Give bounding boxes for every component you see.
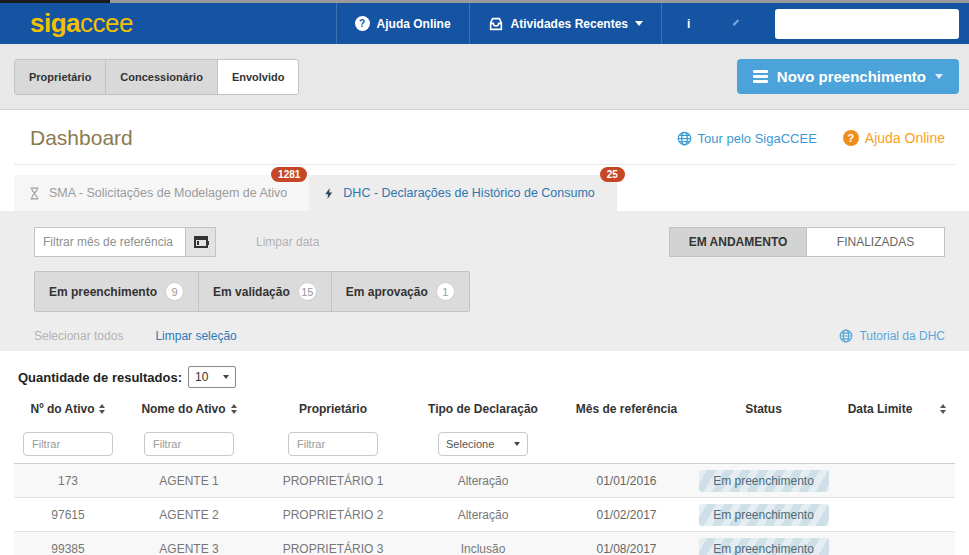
profile-toolbar: Proprietário Concessionário Envolvido No… — [0, 44, 969, 110]
recent-activities-menu[interactable]: Atividades Recentes — [469, 3, 661, 44]
ajuda-online-link[interactable]: ? Ajuda Online — [843, 130, 945, 146]
cell-mes: 01/02/2017 — [556, 508, 697, 522]
logo-bold: siga — [30, 8, 80, 38]
header-search-area — [769, 3, 969, 44]
cell-numero: 173 — [14, 474, 122, 488]
tab-envolvido[interactable]: Envolvido — [218, 60, 299, 94]
status-badge[interactable]: Em preenchimento — [699, 470, 829, 492]
results-count-select[interactable]: 10 — [188, 366, 236, 388]
cell-mes: 01/01/2016 — [556, 474, 697, 488]
table-row[interactable]: 97615 AGENTE 2 PROPRIETÁRIO 2 Alteração … — [14, 498, 955, 532]
chevron-down-icon — [514, 442, 520, 446]
recent-activities-label: Atividades Recentes — [511, 17, 628, 31]
cell-mes: 01/08/2017 — [556, 542, 697, 555]
table-row[interactable]: 99385 AGENTE 3 PROPRIETÁRIO 3 Inclusão 0… — [14, 532, 955, 555]
header-help-link[interactable]: ? Ajuda Online — [336, 3, 469, 44]
cell-numero: 97615 — [14, 508, 122, 522]
cell-proprietario: PROPRIETÁRIO 2 — [256, 508, 410, 522]
tutorial-label: Tutorial da DHC — [859, 329, 945, 343]
toggle-em-andamento[interactable]: EM ANDAMENTO — [670, 228, 807, 256]
filter-nome-input[interactable] — [144, 432, 234, 456]
hourglass-icon — [28, 186, 41, 201]
module-tab-strip: SMA - Solicitações de Modelagem de Ativo… — [0, 175, 969, 211]
header-search-input[interactable] — [775, 9, 959, 39]
question-icon: ? — [843, 130, 859, 146]
cell-nome: AGENTE 2 — [122, 508, 256, 522]
table-filter-row: Selecione — [14, 424, 955, 464]
status-badge[interactable]: Em preenchimento — [699, 538, 829, 555]
divider — [14, 164, 955, 165]
col-tipo-declaracao: Tipo de Declaração — [410, 402, 556, 416]
lightning-icon — [323, 186, 335, 201]
stage-em-preenchimento[interactable]: Em preenchimento 9 — [35, 272, 199, 311]
stage-label: Em preenchimento — [49, 285, 157, 299]
tab-concessionario[interactable]: Concessionário — [106, 60, 218, 94]
tab-dhc-label: DHC - Declarações de Histórico de Consum… — [343, 186, 594, 200]
clear-date-link[interactable]: Limpar data — [256, 235, 319, 249]
select-all-link[interactable]: Selecionar todos — [34, 329, 123, 343]
toggle-finalizadas[interactable]: FINALIZADAS — [807, 228, 944, 256]
new-fill-button[interactable]: Novo preenchimento — [737, 59, 959, 94]
month-filter — [34, 227, 216, 257]
profile-tabs: Proprietário Concessionário Envolvido — [14, 59, 299, 95]
table-header-row: Nº do Ativo Nome do Ativo Proprietário T… — [14, 394, 955, 424]
clear-selection-link[interactable]: Limpar seleção — [155, 329, 236, 343]
inbox-icon — [488, 16, 504, 32]
table-row[interactable]: 173 AGENTE 1 PROPRIETÁRIO 1 Alteração 01… — [14, 464, 955, 498]
sort-icon[interactable] — [940, 404, 946, 414]
col-data-limite: Data Limite — [830, 402, 930, 416]
status-toggle: EM ANDAMENTO FINALIZADAS — [669, 227, 945, 257]
cell-tipo: Inclusão — [410, 542, 556, 555]
chevron-down-icon — [733, 19, 739, 25]
calendar-button[interactable] — [186, 227, 216, 257]
cell-numero: 99385 — [14, 542, 122, 555]
col-proprietario: Proprietário — [256, 402, 410, 416]
filter-panel: Limpar data EM ANDAMENTO FINALIZADAS Em … — [0, 211, 969, 351]
results-count-label: Quantidade de resultados: — [18, 370, 182, 385]
col-mes-referencia: Mês de referência — [556, 402, 697, 416]
tab-proprietario[interactable]: Proprietário — [15, 60, 106, 94]
tutorial-link[interactable]: Tutorial da DHC — [839, 329, 945, 343]
chevron-down-icon — [935, 74, 943, 79]
col-numero-ativo[interactable]: Nº do Ativo — [14, 402, 122, 416]
cell-tipo: Alteração — [410, 508, 556, 522]
filter-numero-input[interactable] — [23, 432, 113, 456]
user-label: i — [687, 17, 690, 31]
results-count-value: 10 — [195, 370, 208, 384]
month-filter-input[interactable] — [34, 227, 186, 257]
filter-tipo-select[interactable]: Selecione — [438, 432, 528, 456]
tab-dhc[interactable]: DHC - Declarações de Histórico de Consum… — [309, 175, 616, 211]
filter-proprietario-input[interactable] — [288, 432, 378, 456]
tab-sma[interactable]: SMA - Solicitações de Modelagem de Ativo… — [14, 175, 309, 211]
logo[interactable]: sigaccee — [0, 3, 336, 44]
col-nome-ativo[interactable]: Nome do Ativo — [122, 402, 256, 416]
globe-icon — [839, 329, 853, 343]
stage-count-badge: 15 — [298, 282, 317, 301]
cell-proprietario: PROPRIETÁRIO 3 — [256, 542, 410, 555]
stage-tabs: Em preenchimento 9 Em validação 15 Em ap… — [34, 271, 470, 312]
stage-em-validacao[interactable]: Em validação 15 — [199, 272, 332, 311]
stage-label: Em validação — [213, 285, 290, 299]
status-badge[interactable]: Em preenchimento — [699, 504, 829, 526]
stage-count-badge: 1 — [436, 282, 455, 301]
tab-sma-badge: 1281 — [271, 167, 307, 182]
stage-count-badge: 9 — [165, 282, 184, 301]
user-menu[interactable]: i — [661, 3, 769, 44]
question-icon: ? — [355, 16, 370, 31]
cell-nome: AGENTE 3 — [122, 542, 256, 555]
ajuda-online-label: Ajuda Online — [865, 130, 945, 146]
col-sort-end — [930, 404, 955, 414]
col-status: Status — [697, 402, 830, 416]
main-content: Dashboard Tour pelo SigaCCEE ? Ajuda Onl… — [0, 110, 969, 555]
tab-sma-label: SMA - Solicitações de Modelagem de Ativo — [49, 186, 287, 200]
cell-tipo: Alteração — [410, 474, 556, 488]
tour-link[interactable]: Tour pelo SigaCCEE — [677, 131, 817, 146]
header-help-label: Ajuda Online — [377, 17, 451, 31]
calendar-icon — [194, 236, 208, 248]
sort-icon[interactable] — [231, 404, 237, 414]
sort-icon[interactable] — [99, 404, 105, 414]
cell-proprietario: PROPRIETÁRIO 1 — [256, 474, 410, 488]
cell-nome: AGENTE 1 — [122, 474, 256, 488]
tour-label: Tour pelo SigaCCEE — [698, 131, 817, 146]
stage-em-aprovacao[interactable]: Em aprovação 1 — [332, 272, 469, 311]
